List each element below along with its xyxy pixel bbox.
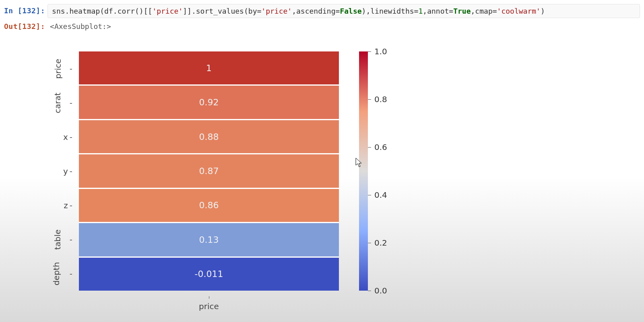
heatmap-annotation: 0.92 — [199, 97, 219, 107]
heatmap-cell-z: 0.86 — [79, 188, 339, 222]
heatmap-annotation: 0.13 — [199, 235, 219, 245]
output-prompt: Out[132]: — [4, 20, 47, 33]
heatmap-cell-price: 1 — [79, 51, 339, 84]
x-tick-mark — [209, 296, 209, 299]
heatmap-cells: 10.920.880.870.860.13-0.011 — [79, 51, 339, 291]
y-tick-z: z- — [48, 188, 76, 222]
code-token: ]] — [183, 7, 192, 15]
input-prompt: In [132]: — [4, 4, 47, 17]
y-tick-labels: price-carat-x-y-z-table-depth- — [48, 51, 76, 291]
code-token: ,ascending= — [292, 7, 340, 15]
code-token: 'price' — [152, 7, 183, 15]
heatmap-cell-carat: 0.92 — [79, 84, 339, 119]
heatmap-cell-x: 0.88 — [79, 119, 339, 153]
code-token: sort_values — [196, 7, 244, 15]
code-token: corr — [118, 7, 135, 15]
y-tick-carat: carat- — [48, 86, 76, 120]
heatmap-annotation: -0.011 — [195, 269, 223, 279]
notebook-input-row: In [132]: sns.heatmap(df.corr()[['price'… — [0, 0, 644, 18]
colorbar-tick: 0.0 — [368, 286, 387, 295]
code-token: False — [340, 7, 361, 15]
heatmap-plot: price-carat-x-y-z-table-depth- 10.920.88… — [48, 45, 451, 302]
heatmap-annotation: 0.87 — [199, 166, 219, 176]
output-repr: <AxesSubplot:> — [47, 20, 111, 33]
colorbar: 0.00.20.40.60.81.0 — [359, 51, 368, 291]
code-token: 'coolwarm' — [497, 7, 541, 15]
code-token: 1 — [418, 7, 423, 15]
code-token: sns — [52, 7, 65, 15]
heatmap-cell-y: 0.87 — [79, 153, 339, 187]
y-tick-x: x- — [48, 120, 76, 154]
code-cell[interactable]: sns.heatmap(df.corr()[['price']].sort_va… — [47, 4, 640, 18]
code-token: . — [192, 7, 196, 15]
heatmap-annotation: 0.88 — [199, 132, 219, 142]
code-token: heatmap — [69, 7, 100, 15]
code-token: . — [65, 7, 70, 15]
colorbar-gradient — [359, 51, 368, 291]
code-token: . — [113, 7, 118, 15]
y-tick-price: price- — [48, 51, 76, 86]
colorbar-tick: 1.0 — [368, 47, 387, 56]
colorbar-tick: 0.2 — [368, 238, 387, 248]
colorbar-tick: 0.8 — [368, 94, 387, 104]
heatmap-annotation: 0.86 — [199, 200, 219, 210]
code-token: ,annot= — [423, 7, 453, 15]
colorbar-tick: 0.4 — [368, 190, 387, 200]
y-tick-depth: depth- — [48, 256, 76, 291]
code-token: ),linewidths= — [362, 7, 419, 15]
cursor-icon — [355, 158, 363, 168]
code-token: (by= — [244, 7, 261, 15]
colorbar-ticks: 0.00.20.40.60.81.0 — [368, 51, 396, 291]
code-token: ()[[ — [135, 7, 152, 15]
y-tick-table: table- — [48, 222, 76, 256]
colorbar-tick: 0.6 — [368, 142, 387, 152]
code-token: True — [453, 7, 471, 15]
heatmap-cell-table: 0.13 — [79, 222, 339, 256]
notebook-output-row: Out[132]: <AxesSubplot:> — [0, 18, 644, 33]
code-token: ) — [541, 7, 545, 15]
heatmap-cell-depth: -0.011 — [79, 256, 339, 291]
x-axis: price — [79, 292, 339, 311]
x-axis-label: price — [199, 301, 219, 311]
code-token: ,cmap= — [471, 7, 497, 15]
heatmap-annotation: 1 — [206, 63, 212, 73]
y-tick-y: y- — [48, 154, 76, 188]
code-token: 'price' — [261, 7, 292, 15]
code-token: (df — [100, 7, 113, 15]
